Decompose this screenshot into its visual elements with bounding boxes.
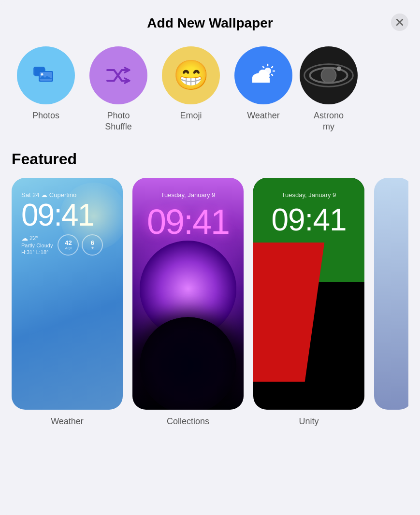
wallpaper-card-unity: Tuesday, January 9 09:41: [253, 178, 364, 410]
collections-wallpaper-bg: Tuesday, January 9 09:41: [132, 178, 244, 410]
wallpaper-card-weather: Sat 24 ☁ Cupertino 09:41 ☁ 22° Partly Cl…: [12, 178, 123, 410]
category-photos[interactable]: Photos: [10, 46, 82, 121]
modal-title: Add New Wallpaper: [147, 15, 273, 31]
photos-label: Photos: [32, 110, 59, 121]
category-astronomy[interactable]: Astronomy: [300, 46, 358, 133]
astro-circle: [300, 46, 358, 104]
featured-section: Featured Sat 24 ☁ Cupertino 09:41: [0, 139, 420, 432]
unity-wallpaper-bg: Tuesday, January 9 09:41: [253, 178, 364, 410]
collections-time: 09:41: [132, 202, 244, 242]
category-emoji[interactable]: 😁 Emoji: [155, 46, 227, 121]
category-weather[interactable]: Weather: [227, 46, 300, 121]
shuffle-icon: [103, 60, 133, 90]
collections-date: Tuesday, January 9: [132, 191, 244, 199]
category-photo-shuffle[interactable]: PhotoShuffle: [82, 46, 155, 133]
wallpaper-item-unity[interactable]: Tuesday, January 9 09:41 Unity: [253, 178, 364, 427]
unity-red-band: [253, 243, 324, 382]
astronomy-label: Astronomy: [314, 110, 344, 133]
category-row: Photos PhotoShuffle 😁 Emoji: [0, 39, 420, 139]
svg-point-5: [41, 73, 43, 76]
sun-glow: [60, 183, 123, 250]
weather-label: Weather: [247, 110, 280, 121]
add-wallpaper-modal: Add New Wallpaper Ph: [0, 0, 420, 515]
weather-circle: [234, 46, 292, 104]
astro-icon: [300, 46, 358, 104]
close-button[interactable]: [391, 14, 408, 31]
emoji-circle: 😁: [162, 46, 220, 104]
collections-card-label: Collections: [167, 416, 209, 427]
unity-card-label: Unity: [299, 416, 319, 427]
close-icon: [396, 19, 403, 26]
featured-title: Featured: [12, 150, 408, 168]
modal-header: Add New Wallpaper: [0, 0, 420, 39]
svg-point-24: [336, 67, 341, 72]
svg-rect-4: [40, 72, 52, 81]
wallpaper-row: Sat 24 ☁ Cupertino 09:41 ☁ 22° Partly Cl…: [12, 178, 408, 427]
unity-time: 09:41: [253, 202, 364, 238]
svg-line-11: [272, 67, 273, 68]
weather-card-label: Weather: [51, 416, 84, 427]
svg-line-14: [272, 74, 273, 75]
weather-condition: Partly Cloudy: [21, 242, 53, 249]
wallpaper-item-weather[interactable]: Sat 24 ☁ Cupertino 09:41 ☁ 22° Partly Cl…: [12, 178, 123, 427]
wallpaper-card-collections: Tuesday, January 9 09:41: [132, 178, 244, 410]
shuffle-circle: [89, 46, 147, 104]
emoji-label: Emoji: [180, 110, 202, 121]
weather-wallpaper-bg: Sat 24 ☁ Cupertino 09:41 ☁ 22° Partly Cl…: [12, 178, 123, 410]
weather-category-icon: [248, 60, 278, 90]
weather-hi-lo: H:31° L:18°: [21, 249, 53, 256]
photos-icon: [31, 60, 61, 90]
wallpaper-item-collections[interactable]: Tuesday, January 9 09:41 Collections: [132, 178, 244, 427]
photo-shuffle-label: PhotoShuffle: [105, 110, 132, 133]
wallpaper-item-partial[interactable]: [374, 178, 408, 416]
svg-line-13: [263, 67, 264, 68]
photos-circle: [17, 46, 75, 104]
collections-orb-bottom: [140, 317, 236, 410]
svg-rect-18: [252, 78, 270, 83]
wallpaper-card-partial: [374, 178, 408, 410]
unity-date: Tuesday, January 9: [253, 191, 364, 199]
svg-point-19: [259, 70, 267, 77]
